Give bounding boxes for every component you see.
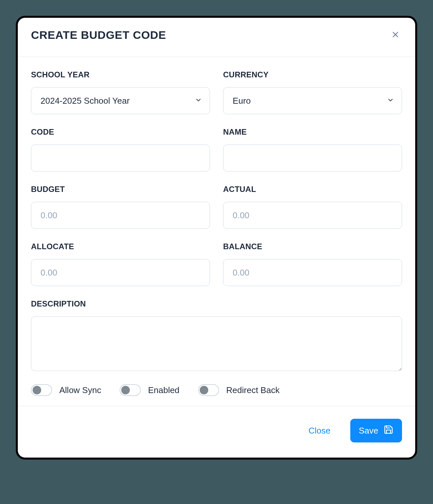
- toggle-row: Allow Sync Enabled Redirect Back: [31, 384, 402, 396]
- close-icon: [391, 31, 399, 40]
- modal-title: CREATE BUDGET CODE: [31, 29, 166, 41]
- field-code: CODE: [31, 127, 210, 172]
- label-currency: CURRENCY: [223, 70, 402, 79]
- close-button[interactable]: [389, 28, 402, 41]
- actual-input[interactable]: [223, 202, 402, 229]
- allocate-input[interactable]: [31, 259, 210, 286]
- allow-sync-toggle[interactable]: Allow Sync: [31, 384, 101, 396]
- school-year-select[interactable]: 2024-2025 School Year: [31, 87, 210, 114]
- field-description: DESCRIPTION: [31, 299, 402, 371]
- create-budget-code-modal: CREATE BUDGET CODE SCHOOL YEAR 2024-2025…: [16, 16, 417, 460]
- field-actual: ACTUAL: [223, 185, 402, 229]
- label-name: NAME: [223, 127, 402, 137]
- save-button[interactable]: Save: [350, 419, 402, 442]
- toggle-switch: [120, 384, 141, 396]
- label-code: CODE: [31, 127, 210, 137]
- modal-header: CREATE BUDGET CODE: [18, 18, 415, 57]
- modal-footer: Close Save: [18, 406, 415, 458]
- field-currency: CURRENCY Euro: [223, 70, 402, 114]
- field-balance: BALANCE: [223, 242, 402, 286]
- label-school-year: SCHOOL YEAR: [31, 70, 210, 79]
- toggle-label: Redirect Back: [226, 385, 280, 395]
- redirect-back-toggle[interactable]: Redirect Back: [198, 384, 280, 396]
- label-actual: ACTUAL: [223, 185, 402, 194]
- toggle-label: Allow Sync: [59, 385, 101, 395]
- label-allocate: ALLOCATE: [31, 242, 210, 251]
- toggle-switch: [31, 384, 52, 396]
- balance-input[interactable]: [223, 259, 402, 286]
- description-textarea[interactable]: [31, 316, 402, 371]
- label-budget: BUDGET: [31, 185, 210, 194]
- currency-select[interactable]: Euro: [223, 87, 402, 114]
- field-name: NAME: [223, 127, 402, 172]
- modal-body: SCHOOL YEAR 2024-2025 School Year CURREN…: [18, 57, 415, 406]
- save-icon: [384, 425, 393, 437]
- field-allocate: ALLOCATE: [31, 242, 210, 286]
- field-school-year: SCHOOL YEAR 2024-2025 School Year: [31, 70, 210, 114]
- name-input[interactable]: [223, 145, 402, 172]
- field-budget: BUDGET: [31, 185, 210, 229]
- budget-input[interactable]: [31, 202, 210, 229]
- label-balance: BALANCE: [223, 242, 402, 251]
- toggle-switch: [198, 384, 219, 396]
- code-input[interactable]: [31, 145, 210, 172]
- enabled-toggle[interactable]: Enabled: [120, 384, 179, 396]
- toggle-label: Enabled: [148, 385, 179, 395]
- label-description: DESCRIPTION: [31, 299, 402, 308]
- close-link-button[interactable]: Close: [299, 419, 340, 442]
